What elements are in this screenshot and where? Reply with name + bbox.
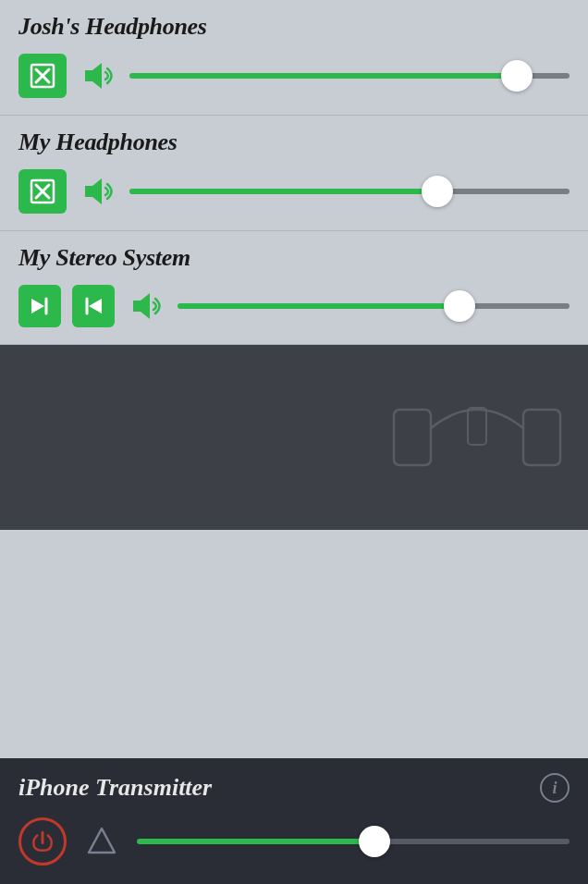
volume-icon-my (78, 171, 118, 212)
cross-button-joshs[interactable] (18, 54, 67, 98)
info-button[interactable]: i (540, 773, 570, 803)
svg-marker-7 (85, 178, 102, 204)
triangle-icon-transmitter (81, 821, 122, 862)
transmitter-header: iPhone Transmitter i (18, 773, 570, 803)
svg-marker-8 (31, 299, 44, 313)
slider-my[interactable] (129, 171, 570, 212)
volume-icon-stereo (126, 286, 166, 326)
device-name-joshs: Josh's Headphones (18, 13, 570, 41)
device-item-joshs-headphones: Josh's Headphones (0, 0, 588, 116)
svg-marker-12 (133, 293, 150, 319)
svg-rect-14 (523, 410, 560, 465)
device-item-my-headphones: My Headphones (0, 116, 588, 231)
svg-marker-10 (89, 299, 102, 313)
play-back-button-stereo[interactable] (72, 285, 115, 327)
headphones-graphic (385, 382, 570, 493)
svg-rect-13 (394, 410, 431, 465)
slider-stereo[interactable] (178, 286, 570, 326)
play-forward-button-stereo[interactable] (18, 285, 61, 327)
svg-rect-15 (468, 408, 486, 445)
transmitter-name: iPhone Transmitter (18, 774, 212, 802)
volume-icon-joshs (78, 55, 118, 96)
cross-button-my[interactable] (18, 169, 67, 214)
device-item-stereo: My Stereo System (0, 231, 588, 345)
slider-transmitter[interactable] (137, 821, 570, 862)
device-list: Josh's Headphones (0, 0, 588, 345)
controls-row-stereo (18, 285, 570, 327)
slider-joshs[interactable] (129, 55, 570, 96)
svg-marker-3 (85, 63, 102, 89)
transmitter-section: iPhone Transmitter i (0, 758, 588, 884)
controls-row-joshs (18, 54, 570, 98)
controls-row-my (18, 169, 570, 214)
dark-section (0, 345, 588, 530)
device-name-stereo: My Stereo System (18, 244, 570, 272)
svg-marker-17 (89, 829, 115, 853)
device-name-my: My Headphones (18, 129, 570, 156)
power-button-transmitter[interactable] (18, 817, 67, 866)
transmitter-controls (18, 817, 570, 866)
